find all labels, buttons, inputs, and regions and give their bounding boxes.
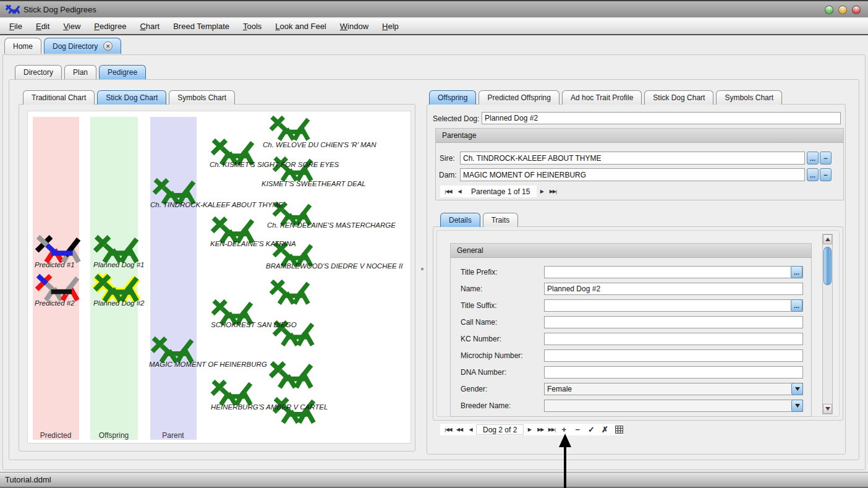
tab-offspring[interactable]: Offspring <box>429 90 476 105</box>
ellipsis-icon: ... <box>794 268 799 276</box>
dog-figure-ch-welove-du-chien-s-r-man[interactable] <box>271 117 308 140</box>
chevron-down-icon <box>795 404 800 408</box>
clipped-input[interactable] <box>544 416 803 417</box>
details-scrollbar[interactable] <box>822 234 833 414</box>
form-row-call-name: Call Name: <box>451 316 812 330</box>
dam-lookup-ellipsis-button[interactable]: ... <box>807 168 819 181</box>
next-record-button[interactable]: ▶ <box>524 424 535 435</box>
name-input[interactable] <box>544 283 803 295</box>
menu-file[interactable]: File <box>2 19 29 34</box>
title-suffix-input[interactable] <box>544 299 803 312</box>
title-prefix-ellipsis-button[interactable]: ... <box>791 266 802 278</box>
dog-figure-unnamed[interactable] <box>271 363 312 388</box>
menu-view[interactable]: View <box>56 19 87 34</box>
tab-plan[interactable]: Plan <box>64 65 96 79</box>
scrollbar-thumb[interactable] <box>823 247 832 285</box>
minimize-button[interactable] <box>825 6 833 14</box>
ellipsis-icon: ... <box>810 171 815 179</box>
tab-traditional-chart[interactable]: Traditional Chart <box>23 90 95 105</box>
prev-record-button[interactable]: ◀ <box>454 186 465 197</box>
menu-chart[interactable]: Chart <box>133 19 166 34</box>
sire-remove-button[interactable]: − <box>820 152 832 165</box>
prev-record-button[interactable]: ◀ <box>465 424 476 435</box>
scroll-down-button[interactable] <box>823 404 832 414</box>
dam-remove-button[interactable]: − <box>820 168 832 181</box>
ellipsis-icon: ... <box>810 155 815 162</box>
title-suffix-ellipsis-button[interactable]: ... <box>791 299 802 312</box>
form-row-name: Name: <box>451 283 812 296</box>
sire-field[interactable] <box>460 152 805 165</box>
grid-view-button[interactable] <box>613 424 624 435</box>
scroll-up-button[interactable] <box>823 234 832 244</box>
tab-stick-dog-chart[interactable]: Stick Dog Chart <box>644 90 713 105</box>
tab-predicted-offspring[interactable]: Predicted Offspring <box>479 90 560 105</box>
kc-number-input[interactable] <box>544 333 803 345</box>
dog-label-predicted-2: Predicted #2 <box>35 299 75 307</box>
cancel-record-button[interactable]: ✗ <box>599 424 610 435</box>
parentage-group-header: Parentage <box>436 129 843 143</box>
close-button[interactable] <box>852 6 861 14</box>
form-row-breeder-name: Breeder Name: <box>451 400 812 413</box>
breeder-name-input[interactable] <box>544 400 803 412</box>
dog-label-planned-dog-2: Planned Dog #2 <box>93 299 145 307</box>
delete-record-button[interactable]: − <box>572 424 583 435</box>
tab-symbols-chart[interactable]: Symbols Chart <box>169 90 235 105</box>
dog-figure-unnamed[interactable] <box>271 281 308 304</box>
sire-lookup-ellipsis-button[interactable]: ... <box>807 152 819 165</box>
first-record-button[interactable]: |◀◀ <box>443 186 454 197</box>
menu-look-and-feel[interactable]: Look and Feel <box>268 19 333 34</box>
menu-tools[interactable]: Tools <box>236 19 268 34</box>
dog-label-ch-welove-du-chien-s-r-man: Ch. WELOVE DU CHIEN'S 'R' MAN <box>263 141 377 148</box>
menu-edit[interactable]: Edit <box>29 19 56 34</box>
dog-figure-heinerburg-s-amber-v-cartel[interactable] <box>212 382 250 405</box>
form-row-dna-number: DNA Number: <box>451 366 812 380</box>
dog-figure-ken-delaine-s-katrina[interactable] <box>212 218 252 242</box>
maximize-button[interactable] <box>838 6 847 14</box>
tab-stick-dog-chart[interactable]: Stick Dog Chart <box>97 90 166 105</box>
statusbar: Tutorial.ddml <box>0 472 868 488</box>
tab-ad-hoc-trait-profile[interactable]: Ad hoc Trait Profile <box>562 90 642 105</box>
tab-pedigree[interactable]: Pedigree <box>99 65 146 79</box>
forward-record-button[interactable]: ▶▶ <box>535 424 546 435</box>
microchip-number-input[interactable] <box>544 349 803 362</box>
splitter-grip[interactable] <box>421 268 423 270</box>
breeder-name-dropdown-button[interactable] <box>791 400 803 412</box>
call-name-input[interactable] <box>544 316 803 328</box>
column-label-predicted: Predicted <box>40 431 72 440</box>
selected-dog-field[interactable] <box>482 112 841 124</box>
scroll-up-icon <box>825 238 830 241</box>
commit-record-button[interactable]: ✓ <box>585 424 597 435</box>
gender-input[interactable] <box>544 383 803 395</box>
chart-tab-strip: Traditional ChartStick Dog ChartSymbols … <box>23 90 237 105</box>
last-record-button[interactable]: ▶▶| <box>546 424 557 435</box>
gender-dropdown-button[interactable] <box>791 383 803 395</box>
last-record-button[interactable]: ▶▶| <box>547 186 558 197</box>
title-prefix-input[interactable] <box>544 266 803 278</box>
dam-field[interactable] <box>460 168 805 181</box>
window-title: Stick Dog Pedigrees <box>23 5 96 14</box>
general-group-header: General <box>451 244 811 258</box>
tab-symbols-chart[interactable]: Symbols Chart <box>716 90 782 105</box>
minus-icon: − <box>823 171 827 179</box>
dna-number-input[interactable] <box>544 366 803 379</box>
next-record-button[interactable]: ▶ <box>536 186 547 197</box>
tab-details[interactable]: Details <box>440 213 480 227</box>
tab-directory[interactable]: Directory <box>15 65 62 79</box>
menu-window[interactable]: Window <box>333 19 375 34</box>
rewind-record-button[interactable]: ◀◀ <box>454 424 465 435</box>
first-record-button[interactable]: |◀◀ <box>443 424 454 435</box>
close-tab-icon[interactable]: ✕ <box>103 41 113 51</box>
tab-home[interactable]: Home <box>4 38 41 54</box>
minus-icon: − <box>823 155 827 162</box>
generation-column-parent <box>150 117 197 440</box>
dog-label-ch-kismet-s-sight-for-sore-eyes: Ch. KISMET'S SIGHT FOR SORE EYES <box>210 161 339 168</box>
dog-position-label: Dog 2 of 2 <box>476 424 524 435</box>
column-label-parent: Parent <box>162 431 184 440</box>
menu-pedigree[interactable]: Pedigree <box>87 19 133 34</box>
menu-breed-template[interactable]: Breed Template <box>166 19 236 34</box>
tab-dog-directory[interactable]: Dog Directory✕ <box>44 38 121 54</box>
dam-label: Dam: <box>439 171 457 179</box>
split-pane-divider[interactable] <box>419 82 426 458</box>
menu-help[interactable]: Help <box>375 19 406 34</box>
tab-traits[interactable]: Traits <box>483 213 519 227</box>
